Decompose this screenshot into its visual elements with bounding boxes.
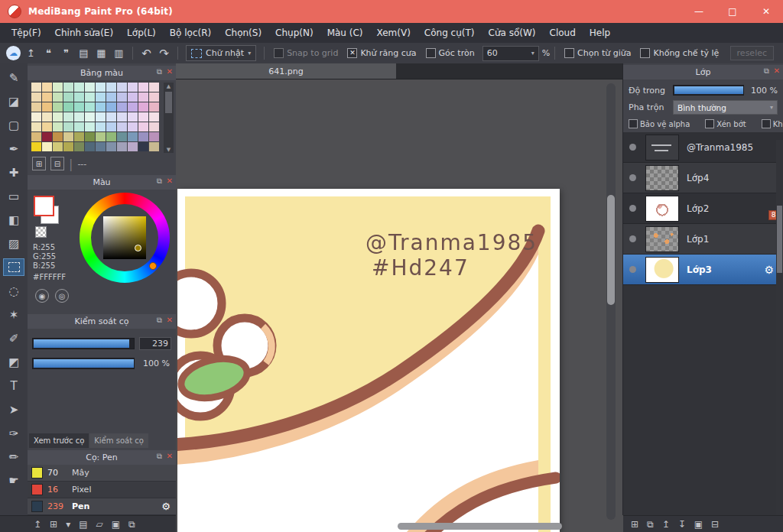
palette-swatch[interactable] [96, 142, 106, 151]
palette-swatch[interactable] [53, 122, 63, 131]
palette-swatch[interactable] [74, 102, 84, 112]
canvas-area[interactable]: 641.png @Tranma1985 #Hd247 [176, 63, 623, 532]
palette-swatch[interactable] [96, 112, 106, 122]
palette-swatch[interactable] [53, 102, 63, 112]
palette-swatch[interactable] [117, 112, 127, 122]
palette-swatch[interactable] [128, 102, 138, 112]
menu-help[interactable]: Help [583, 23, 617, 43]
palette-swatch[interactable] [106, 142, 116, 151]
snap-checkbox[interactable]: Snap to grid [274, 48, 338, 58]
minimize-button[interactable]: — [682, 0, 716, 23]
palette-swatch[interactable] [53, 142, 63, 151]
material-panel-icon[interactable]: ▥ [111, 45, 127, 61]
layers-scrollbar[interactable] [776, 140, 783, 515]
chat-icon[interactable]: ❞ [58, 45, 74, 61]
palette-swatch[interactable] [74, 92, 84, 102]
tab-brush-preview[interactable]: Xem trước cọ [29, 433, 89, 448]
menu-layer[interactable]: Lớp(L) [120, 23, 163, 43]
menu-file[interactable]: Tệp(F) [5, 23, 48, 43]
open-folder-icon[interactable]: ▱ [96, 519, 103, 530]
palette-swatch[interactable] [138, 83, 148, 92]
menu-cloud[interactable]: Cloud [543, 23, 583, 43]
blend-mode-dropdown[interactable]: Bình thường ▾ [673, 100, 778, 115]
brush-row[interactable]: 70 Mây ⚙ [28, 465, 176, 482]
comment-icon[interactable]: ❝ [41, 45, 57, 61]
constrain-ratio-checkbox[interactable]: Khống chế tỷ lệ [640, 48, 719, 58]
color-bar-mode-icon[interactable]: ◎ [55, 289, 69, 303]
menu-filter[interactable]: Bộ lọc(R) [163, 23, 218, 43]
palette-swatch[interactable] [85, 122, 95, 131]
layer-visibility-dot[interactable] [629, 205, 636, 212]
palette-swatch[interactable] [42, 122, 52, 131]
scrollbar-thumb[interactable] [607, 195, 615, 305]
palette-swatch[interactable] [42, 132, 52, 141]
layer-opacity-slider[interactable] [673, 85, 744, 96]
reselect-button[interactable]: reselec [730, 46, 774, 60]
scroll-down-icon[interactable]: ▼ [164, 146, 174, 153]
palette-swatch[interactable] [106, 132, 116, 141]
palette-swatch[interactable] [42, 142, 52, 151]
corner-radius-dropdown[interactable]: 60 ▾ [482, 46, 539, 61]
palette-swatch[interactable] [117, 83, 127, 92]
palette-swatch[interactable] [128, 132, 138, 141]
transform-tool[interactable]: ▭ [4, 188, 24, 204]
canvas-page[interactable]: @Tranma1985 #Hd247 [177, 189, 560, 532]
antialias-checkbox[interactable]: ✕ Khử răng cưa [347, 48, 416, 58]
palette-swatch[interactable] [74, 122, 84, 131]
close-button[interactable]: ✕ [749, 0, 783, 23]
palette-swatch[interactable] [149, 102, 159, 112]
saturation-value-square[interactable] [103, 216, 146, 259]
save-icon[interactable]: ▣ [112, 519, 120, 530]
palette-swatch[interactable] [106, 102, 116, 112]
layer-row[interactable]: @Tranma1985 ⚙ [623, 132, 783, 163]
canvas-vertical-scrollbar[interactable] [606, 83, 616, 520]
menu-capture[interactable]: Chụp(N) [268, 23, 320, 43]
undo-icon[interactable]: ↶ [138, 45, 154, 61]
operation-tool[interactable]: ➤ [4, 401, 24, 417]
palette-swatch[interactable] [117, 122, 127, 131]
palette-swatch[interactable] [106, 83, 116, 92]
brush-menu-icon[interactable]: ▾ [66, 519, 70, 530]
hue-wheel[interactable] [80, 193, 170, 283]
sv-cursor[interactable] [135, 245, 141, 251]
palette-swatch[interactable] [138, 142, 148, 151]
cloud-service-icon[interactable]: ☁ [6, 46, 21, 60]
palette-scrollbar[interactable]: ▲ ▼ [164, 83, 174, 153]
detach-panel-icon[interactable]: ⧉ [157, 316, 162, 325]
palette-swatch[interactable] [63, 83, 73, 92]
add-layer-icon[interactable]: ⊞ [631, 519, 638, 530]
palette-swatch[interactable] [149, 83, 159, 92]
palette-swatch[interactable] [117, 132, 127, 141]
layer-visibility-dot[interactable] [629, 266, 636, 273]
new-canvas-icon[interactable]: ▤ [76, 45, 92, 61]
palette-swatch[interactable] [31, 142, 41, 151]
palette-swatch[interactable] [138, 122, 148, 131]
palette-swatch[interactable] [74, 83, 84, 92]
palette-swatch[interactable] [149, 112, 159, 122]
palette-swatch[interactable] [138, 112, 148, 122]
foreground-color-swatch[interactable] [34, 196, 54, 216]
brush-tool[interactable]: ✎ [4, 70, 24, 86]
palette-swatch[interactable] [96, 92, 106, 102]
palette-swatch[interactable] [42, 112, 52, 122]
palette-swatch[interactable] [85, 142, 95, 151]
brush-size-value[interactable]: 239 [139, 337, 171, 350]
text-tool[interactable]: T [4, 378, 24, 394]
select-pen-tool[interactable]: ✐ [4, 330, 24, 346]
palette-swatch[interactable] [63, 112, 73, 122]
scroll-up-icon[interactable]: ▲ [164, 83, 174, 89]
palette-swatch[interactable] [106, 112, 116, 122]
hand-tool[interactable]: ☛ [4, 472, 24, 488]
gradient-tool[interactable]: ▨ [4, 235, 24, 251]
palette-swatch[interactable] [63, 132, 73, 141]
palette-swatch[interactable] [85, 132, 95, 141]
palette-swatch[interactable] [138, 132, 148, 141]
palette-swatch[interactable] [31, 112, 41, 122]
detach-panel-icon[interactable]: ⧉ [157, 177, 162, 186]
add-swatch-icon[interactable]: ⊞ [32, 157, 46, 170]
palette-swatch[interactable] [74, 112, 84, 122]
palette-swatch[interactable] [31, 102, 41, 112]
selection-shape-dropdown[interactable]: Chữ nhật ▾ [186, 45, 256, 61]
transparent-color-swatch[interactable] [35, 226, 47, 238]
maximize-button[interactable]: □ [716, 0, 749, 23]
